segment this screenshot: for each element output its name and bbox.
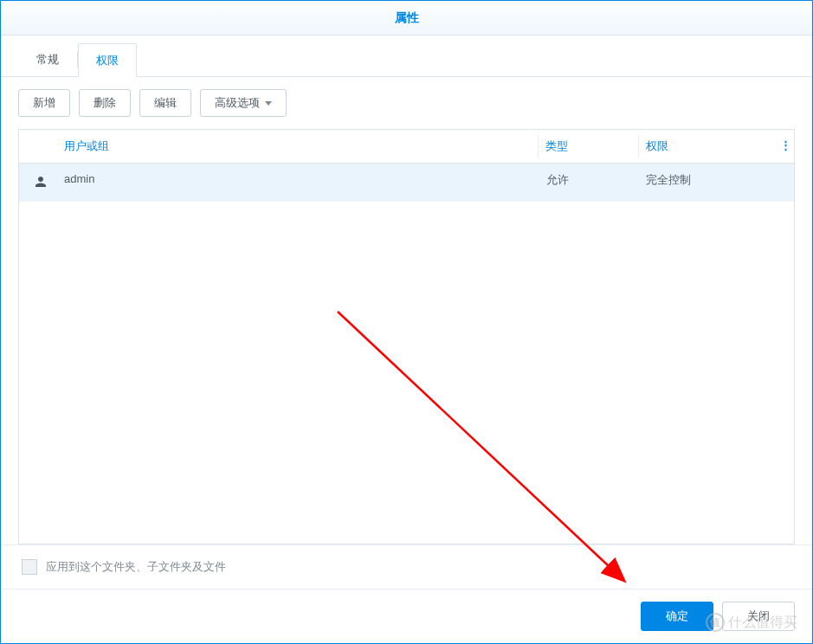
advanced-options-label: 高级选项 bbox=[215, 95, 260, 111]
apply-recursive-label: 应用到这个文件夹、子文件夹及文件 bbox=[46, 559, 226, 575]
tab-permission-label: 权限 bbox=[96, 54, 119, 67]
ok-button-label: 确定 bbox=[666, 609, 688, 622]
advanced-options-button[interactable]: 高级选项 bbox=[200, 89, 287, 117]
toolbar: 新增 删除 编辑 高级选项 bbox=[1, 77, 812, 129]
tab-general-label: 常规 bbox=[36, 53, 59, 66]
th-menu[interactable]: ⋮ bbox=[773, 130, 794, 163]
th-icon bbox=[19, 130, 57, 163]
user-icon bbox=[33, 174, 48, 190]
kebab-menu-icon[interactable]: ⋮ bbox=[780, 138, 791, 151]
row-menu-spacer bbox=[773, 164, 794, 201]
th-permission[interactable]: 权限 bbox=[639, 130, 773, 163]
delete-button-label: 删除 bbox=[94, 95, 116, 111]
table-header: 用户或组 类型 权限 ⋮ bbox=[19, 130, 794, 164]
row-user: admin bbox=[57, 164, 539, 201]
delete-button[interactable]: 删除 bbox=[79, 89, 131, 117]
th-type[interactable]: 类型 bbox=[539, 130, 638, 163]
close-button-label: 关闭 bbox=[747, 609, 770, 622]
close-button[interactable]: 关闭 bbox=[722, 602, 795, 631]
row-type: 允许 bbox=[539, 164, 639, 201]
permissions-table: 用户或组 类型 权限 ⋮ admin 允许 完全控制 bbox=[18, 129, 795, 544]
th-user-or-group[interactable]: 用户或组 bbox=[57, 130, 538, 163]
edit-button[interactable]: 编辑 bbox=[139, 89, 191, 117]
apply-recursive-checkbox[interactable] bbox=[22, 559, 37, 575]
add-button[interactable]: 新增 bbox=[18, 89, 70, 117]
chevron-down-icon bbox=[265, 101, 272, 106]
ok-button[interactable]: 确定 bbox=[641, 602, 713, 631]
tab-permission[interactable]: 权限 bbox=[78, 43, 137, 77]
edit-button-label: 编辑 bbox=[154, 95, 177, 111]
properties-dialog: 属性 常规 权限 新增 删除 编辑 高级选项 用户或组 类型 bbox=[0, 0, 813, 644]
tab-general[interactable]: 常规 bbox=[18, 42, 77, 76]
dialog-title: 属性 bbox=[1, 1, 812, 35]
tab-bar: 常规 权限 bbox=[1, 35, 812, 77]
row-user-icon-cell bbox=[19, 164, 57, 201]
row-permission: 完全控制 bbox=[639, 164, 773, 201]
add-button-label: 新增 bbox=[33, 95, 55, 111]
footer-buttons: 确定 关闭 bbox=[1, 589, 812, 643]
apply-recursive-row: 应用到这个文件夹、子文件夹及文件 bbox=[1, 544, 812, 589]
table-row[interactable]: admin 允许 完全控制 bbox=[19, 164, 794, 202]
